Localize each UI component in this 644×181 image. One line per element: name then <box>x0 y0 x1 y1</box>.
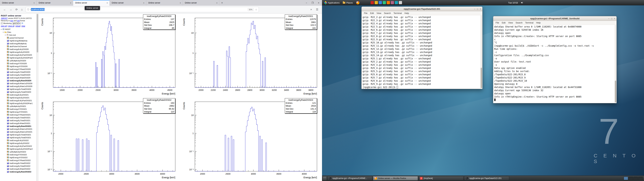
tree-item[interactable]: lowEnergyExRateDSSD0 <box>1 76 36 79</box>
tree-item[interactable]: lowEnergyEyRate1sDSSD0 <box>1 85 36 88</box>
tree-item[interactable]: xyMultiplicityDSSD1 <box>1 105 36 108</box>
tree-item[interactable]: highEnergyExEyDSSD1 <box>1 96 36 99</box>
tree-item[interactable]: lowEnergyExRate1sDSSD0 <box>1 82 36 85</box>
tree-item[interactable]: highEnergyXYDSSD2 <box>1 156 36 159</box>
tree-item[interactable]: xyMultiplicityDSSD0 <box>1 59 36 62</box>
terminal-menu-file[interactable]: File <box>494 22 500 24</box>
browser-tab[interactable]: Online server× <box>146 0 183 6</box>
terminal-menu-file[interactable]: File <box>362 12 369 14</box>
taskbar-button[interactable]: npg@carme-gsi:/TapeData/G22-201 <box>464 176 509 180</box>
close-icon[interactable]: × <box>614 18 615 20</box>
scrollbar-thumb[interactable] <box>481 68 482 88</box>
taskbar-button[interactable]: Online server — Mozilla Firefox <box>373 176 418 180</box>
back-icon[interactable]: ← <box>3 8 6 11</box>
maximize-icon[interactable]: ❐ <box>312 2 314 4</box>
tree-item[interactable]: highEnergyExEyDSSDPair1 <box>1 102 36 105</box>
tree-item[interactable]: lowEnergyExEyPairDSSD1 <box>1 99 36 102</box>
tree-action-open-all[interactable]: open all <box>1 25 7 27</box>
tree-item[interactable]: pulserVsChannel <box>1 36 36 39</box>
workspace-2[interactable] <box>628 177 633 180</box>
overflow-icon[interactable]: » <box>310 8 312 11</box>
tree-item[interactable]: lowEnergyEyRate1sDSSD1 <box>1 130 36 133</box>
tree-item[interactable]: lowEnergyEyTotalDSSD1 <box>1 119 36 122</box>
terminal-output[interactable]: dataSpy Shared buffer area 0 (/SHM_11020… <box>493 25 616 103</box>
expander-icon[interactable]: ▾ <box>3 31 4 33</box>
tree-item[interactable]: lowEnergyEyRateDSSD0 <box>1 79 36 82</box>
tree-item[interactable]: highEnergyExEyDSSDPair0 <box>1 56 36 59</box>
places-menu[interactable]: Places <box>342 0 354 5</box>
tree-item[interactable]: lowEnergyExEyPairDSSD2 <box>1 145 36 148</box>
tray-icon-0[interactable] <box>371 1 374 4</box>
terminal-menu-help[interactable]: Help <box>535 22 542 24</box>
tree-item[interactable]: lowEnergyXYRateDSSD1 <box>1 113 36 116</box>
tree-item[interactable]: lowEnergyExEyDSSD2 <box>1 139 36 142</box>
expander-icon[interactable]: ▾ <box>1 28 2 30</box>
scrollbar-thumb[interactable] <box>37 14 38 52</box>
reload-icon[interactable]: ⟳ <box>16 8 18 11</box>
tray-icon-1[interactable] <box>375 1 378 4</box>
terminal-menu-view[interactable]: View <box>507 22 514 24</box>
tab-close-icon[interactable]: × <box>216 2 218 4</box>
json-link[interactable]: json <box>10 20 13 22</box>
tray-icon-5[interactable] <box>391 1 394 4</box>
tree-node-root[interactable]: ▾ ROOT <box>1 28 36 31</box>
workspace-3[interactable] <box>634 177 638 180</box>
maximize-icon[interactable]: □ <box>611 18 612 20</box>
workspace-4[interactable] <box>638 177 643 180</box>
bookmark-star-icon[interactable]: ☆ <box>255 8 258 11</box>
xml-link[interactable]: xml <box>17 20 20 22</box>
applications-menu[interactable]: Applications <box>323 0 341 5</box>
layout-select[interactable]: grid 2x2▾ <box>12 22 21 24</box>
terminal-menu-edit[interactable]: Edit <box>500 22 507 24</box>
tree-item[interactable]: highEnergyMultiplicity <box>1 39 36 42</box>
tree-node-file[interactable]: ▾ hist.root <box>1 34 36 36</box>
tray-icon-4[interactable] <box>387 1 390 4</box>
tree-item[interactable]: highEnergyExTotalDSSD1 <box>1 133 36 136</box>
tray-icon-3[interactable] <box>383 1 386 4</box>
show-desktop-button[interactable] <box>323 177 326 180</box>
terminal-menu-edit[interactable]: Edit <box>369 12 375 14</box>
terminal-menu-view[interactable]: View <box>375 12 382 14</box>
tree-item[interactable]: lowEnergyEyRateDSSD1 <box>1 125 36 128</box>
hamburger-menu-icon[interactable]: ☰ <box>316 8 318 11</box>
terminal-menu-search[interactable]: Search <box>382 12 392 14</box>
close-icon[interactable]: × <box>480 8 481 10</box>
tree-item[interactable]: lowEnergyXYDSSD1 <box>1 108 36 110</box>
volume-icon[interactable] <box>521 1 524 4</box>
browser-tab[interactable]: Online server× <box>36 0 73 6</box>
home-icon[interactable]: ⌂ <box>21 8 23 11</box>
terminal-menu-search[interactable]: Search <box>514 22 524 24</box>
close-icon[interactable]: × <box>318 2 319 4</box>
tree-item[interactable]: lowEnergyExRateDSSD2 <box>1 168 36 170</box>
jsroot-link[interactable]: JSROOT <box>1 18 8 19</box>
tree-item[interactable]: lowEnergyExRateDSSD1 <box>1 122 36 125</box>
tree-action-reload[interactable]: reload <box>16 25 20 27</box>
tab-close-icon[interactable]: × <box>33 2 36 4</box>
tree-item[interactable]: lowEnergyExTotalDSSD1 <box>1 116 36 119</box>
tree-action-clear[interactable]: clear <box>22 25 25 27</box>
tree-item[interactable]: lowEnergyXYRateDSSD2 <box>1 159 36 162</box>
tree-item[interactable]: highEnergyExEyDSSD0 <box>1 50 36 54</box>
tree-node-files[interactable]: ▾ Files <box>1 31 36 34</box>
tree-item[interactable]: highEnergyEyTotalDSSD1 <box>1 136 36 139</box>
zoom-indicator[interactable]: 50% <box>248 8 254 11</box>
site-identity-icon[interactable]: ⓘ <box>27 8 29 11</box>
new-tab-button[interactable]: + <box>219 0 225 6</box>
browser-tab[interactable]: Online server× <box>73 0 110 6</box>
taskbar-button[interactable]: [AnyDesk] <box>418 176 464 180</box>
terminal-output[interactable]: gzip: R22_2.gz already has .gz suffix --… <box>362 15 482 89</box>
tree-item[interactable]: highEnergyExEyDSSD2 <box>1 142 36 145</box>
monitoring-checkbox[interactable]: ✓ <box>1 22 3 24</box>
scrollbar-thumb[interactable] <box>615 80 616 102</box>
browser-tab[interactable]: Online server× <box>110 0 146 6</box>
tree-item[interactable]: lowEnergyExTotalDSSD0 <box>1 70 36 74</box>
tree-item[interactable]: highEnergyXYDSSD1 <box>1 110 36 113</box>
terminal-titlebar[interactable]: npg@carme-gsi:~/Programs/CARME_Sort/buil… <box>493 16 616 21</box>
tree-item[interactable]: lowEnergyMultiplicity <box>1 42 36 45</box>
workspace-1[interactable] <box>624 177 628 180</box>
tree-action-close-all[interactable]: close all <box>8 25 14 27</box>
terminal-scrollbar[interactable] <box>615 25 616 103</box>
terminal-menu-terminal[interactable]: Terminal <box>392 12 403 14</box>
tree-item[interactable]: lowEnergyXYDSSD2 <box>1 153 36 156</box>
tab-close-icon[interactable]: × <box>106 2 108 4</box>
